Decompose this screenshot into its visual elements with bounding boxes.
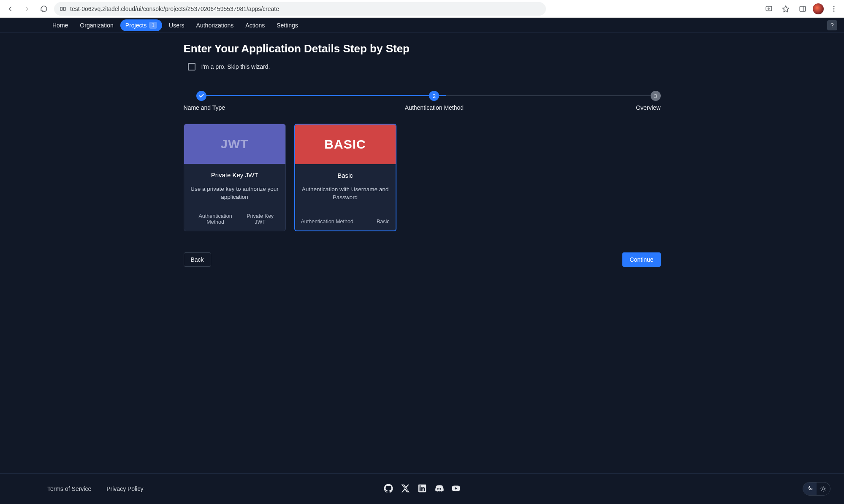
skip-wizard-row: I'm a pro. Skip this wizard.	[188, 63, 661, 70]
nav-settings[interactable]: Settings	[271, 19, 303, 31]
x-icon[interactable]	[401, 484, 410, 494]
card-jwt-desc: Use a private key to authorize your appl…	[190, 185, 280, 201]
browser-omnibox[interactable]: test-0o6zvq.zitadel.cloud/ui/console/pro…	[54, 2, 546, 16]
panel-icon[interactable]	[796, 2, 809, 16]
skip-wizard-label: I'm a pro. Skip this wizard.	[201, 63, 270, 70]
step-1-circle	[196, 91, 206, 101]
step-2-circle: 2	[429, 91, 439, 101]
card-jwt-meta-val: Private Key JWT	[241, 213, 280, 225]
browser-toolbar: test-0o6zvq.zitadel.cloud/ui/console/pro…	[0, 0, 844, 18]
footer: Terms of Service Privacy Policy	[0, 473, 844, 504]
nav-projects[interactable]: Projects 1	[120, 19, 162, 31]
svg-point-9	[833, 10, 835, 11]
nav-users[interactable]: Users	[164, 19, 190, 31]
card-basic-meta-val: Basic	[377, 219, 390, 225]
svg-line-17	[821, 490, 822, 491]
page-title: Enter Your Application Details Step by S…	[184, 42, 661, 55]
github-icon[interactable]	[384, 484, 393, 494]
app-shell: Home Organization Projects 1 Users Autho…	[0, 18, 844, 504]
browser-forward-button[interactable]	[20, 2, 34, 16]
svg-rect-1	[63, 7, 65, 11]
card-basic-meta-key: Authentication Method	[301, 219, 353, 225]
nav-authorizations[interactable]: Authorizations	[191, 19, 239, 31]
svg-rect-5	[800, 6, 806, 11]
theme-toggle[interactable]	[803, 482, 830, 496]
svg-point-7	[833, 6, 835, 7]
svg-line-14	[825, 490, 825, 491]
nav-home[interactable]: Home	[47, 19, 73, 31]
nav-organization[interactable]: Organization	[75, 19, 118, 31]
auth-method-cards: JWT Private Key JWT Use a private key to…	[184, 124, 661, 231]
browser-back-button[interactable]	[3, 2, 17, 16]
profile-avatar[interactable]	[813, 3, 824, 14]
browser-url: test-0o6zvq.zitadel.cloud/ui/console/pro…	[70, 5, 279, 12]
site-info-icon[interactable]	[59, 5, 67, 13]
card-jwt[interactable]: JWT Private Key JWT Use a private key to…	[184, 124, 286, 231]
back-button[interactable]: Back	[184, 252, 211, 267]
theme-light-icon[interactable]	[817, 482, 830, 495]
youtube-icon[interactable]	[451, 484, 461, 494]
stepper: Name and Type 2 Authentication Method 3 …	[184, 91, 661, 101]
discord-icon[interactable]	[434, 484, 444, 494]
skip-wizard-checkbox[interactable]	[188, 63, 195, 70]
svg-point-10	[822, 488, 824, 490]
svg-point-8	[833, 8, 835, 9]
footer-tos-link[interactable]: Terms of Service	[47, 485, 91, 492]
step-name-and-type[interactable]: Name and Type	[196, 91, 206, 101]
svg-rect-0	[60, 7, 62, 11]
step-overview[interactable]: 3 Overview	[651, 91, 661, 101]
step-3-circle: 3	[651, 91, 661, 101]
help-button[interactable]: ?	[827, 20, 837, 30]
nav-projects-badge: 1	[149, 22, 157, 29]
nav-actions[interactable]: Actions	[240, 19, 270, 31]
browser-menu-icon[interactable]	[827, 2, 841, 16]
svg-line-18	[825, 487, 825, 487]
card-jwt-banner: JWT	[184, 124, 285, 164]
card-basic[interactable]: BASIC Basic Authentication with Username…	[294, 124, 396, 231]
browser-reload-button[interactable]	[37, 2, 51, 16]
bookmark-icon[interactable]	[779, 2, 792, 16]
card-basic-banner: BASIC	[295, 125, 396, 164]
footer-privacy-link[interactable]: Privacy Policy	[106, 485, 143, 492]
theme-dark-icon[interactable]	[803, 482, 817, 495]
svg-line-13	[821, 487, 822, 487]
linkedin-icon[interactable]	[418, 484, 427, 494]
step-authentication-method[interactable]: 2 Authentication Method	[429, 91, 439, 101]
card-jwt-title: Private Key JWT	[190, 171, 280, 179]
card-basic-desc: Authentication with Username and Passwor…	[301, 186, 390, 202]
card-basic-title: Basic	[301, 172, 390, 179]
install-app-icon[interactable]	[762, 2, 776, 16]
wizard-actions: Back Continue	[184, 252, 661, 267]
svg-marker-4	[783, 5, 789, 12]
card-jwt-meta-key: Authentication Method	[190, 213, 241, 225]
top-nav: Home Organization Projects 1 Users Autho…	[0, 18, 844, 33]
continue-button[interactable]: Continue	[622, 252, 660, 267]
